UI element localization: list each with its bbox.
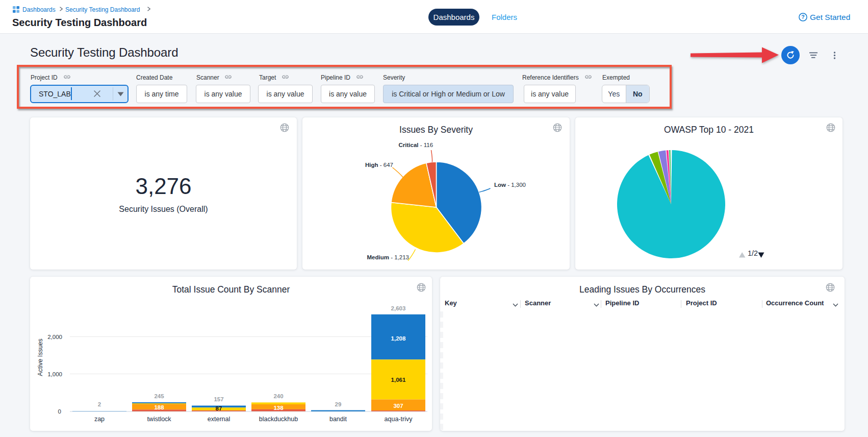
svg-text:1,061: 1,061	[391, 377, 406, 383]
svg-text:bandit: bandit	[329, 416, 347, 423]
svg-text:1,208: 1,208	[391, 335, 406, 342]
svg-text:240: 240	[273, 393, 283, 399]
svg-text:0: 0	[58, 408, 61, 415]
svg-text:blackduckhub: blackduckhub	[259, 416, 298, 423]
svg-text:245: 245	[154, 393, 164, 399]
svg-text:zap: zap	[94, 416, 105, 423]
svg-text:1,000: 1,000	[47, 371, 62, 377]
svg-text:Medium - 1,213: Medium - 1,213	[367, 254, 409, 260]
svg-text:High - 647: High - 647	[365, 162, 393, 168]
svg-text:87: 87	[216, 405, 222, 411]
svg-text:2: 2	[98, 401, 101, 407]
svg-text:29: 29	[335, 401, 342, 407]
svg-text:1/2: 1/2	[748, 249, 758, 257]
svg-text:?: ?	[801, 14, 804, 20]
svg-text:twistlock: twistlock	[147, 416, 171, 423]
svg-text:Low - 1,300: Low - 1,300	[494, 182, 526, 188]
svg-text:2,000: 2,000	[47, 334, 62, 340]
svg-text:Critical - 116: Critical - 116	[399, 142, 433, 148]
svg-text:Active Issues: Active Issues	[37, 338, 44, 376]
svg-text:2,603: 2,603	[391, 305, 406, 311]
svg-text:157: 157	[214, 396, 223, 402]
svg-text:aqua-trivy: aqua-trivy	[385, 416, 413, 423]
svg-text:external: external	[208, 416, 230, 423]
svg-text:138: 138	[273, 405, 284, 411]
svg-text:188: 188	[154, 404, 164, 410]
svg-text:307: 307	[393, 403, 403, 409]
